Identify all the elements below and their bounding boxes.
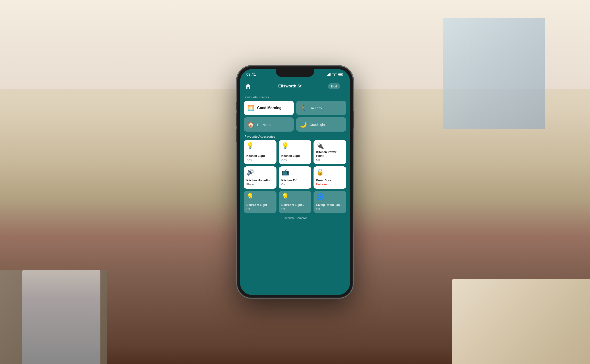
bottom-hint: Favourite Cameras (240, 213, 350, 223)
kitchen-light-1-name: Kitchen Light (246, 154, 274, 158)
im-leaving-icon: 🚶 (300, 105, 307, 111)
svg-rect-2 (329, 73, 330, 76)
accessory-bedroom-light-2[interactable]: 💡 Bedroom Light 2 Off (279, 191, 312, 213)
accessory-bedroom-light-1[interactable]: 💡 Bedroom Light Off (244, 191, 276, 213)
notch (276, 69, 314, 77)
kitchen-tv-icon: 📺 (281, 169, 309, 175)
living-room-fan-name: Living Room Fan (316, 203, 344, 207)
living-room-fan-icon: 🌀 (316, 194, 344, 200)
svg-rect-5 (338, 74, 342, 76)
front-door-icon: 🔓 (316, 169, 344, 175)
nav-bar: Ellsworth St Edit + (240, 80, 350, 92)
phone-frame: 09:41 (237, 66, 353, 298)
scene-im-leaving[interactable]: 🚶 I'm Leav... (296, 101, 346, 115)
kitchen-power-status: On (316, 158, 344, 162)
edit-button[interactable]: Edit (328, 83, 340, 89)
bedroom-light-2-name: Bedroom Light 2 (281, 203, 309, 207)
nav-actions: Edit + (328, 83, 345, 89)
svg-rect-1 (328, 74, 329, 76)
kitchen-power-name: Kitchen Power Point (316, 150, 344, 158)
scene-goodnight[interactable]: 🌙 Goodnight (296, 117, 346, 132)
front-door-name: Front Door (316, 179, 344, 182)
stove (22, 270, 100, 364)
kitchen-light-1-status: 70% (246, 158, 274, 162)
scenes-grid: 🌅 Good Morning 🚶 I'm Leav... 🏠 I'm Home … (240, 101, 350, 132)
scene-good-morning[interactable]: 🌅 Good Morning (244, 101, 294, 115)
kitchen-light-1-icon: 💡 (246, 143, 274, 149)
nav-title: Ellsworth St (278, 84, 302, 89)
kitchen-tv-name: Kitchen TV (281, 179, 309, 182)
status-time: 09:41 (246, 72, 256, 77)
add-button[interactable]: + (342, 83, 345, 89)
accessory-kitchen-light-2[interactable]: 💡 Kitchen Light 20% (279, 140, 312, 164)
good-morning-icon: 🌅 (247, 105, 254, 111)
kitchen-tv-status: On (281, 183, 309, 186)
bedroom-light-1-status: Off (246, 208, 274, 211)
kitchen-homepod-status: Playing (246, 183, 274, 186)
goodnight-label: Goodnight (309, 123, 325, 126)
accessory-front-door[interactable]: 🔓 Front Door Unlocked (314, 166, 346, 189)
phone-screen: 09:41 (240, 69, 350, 295)
screen-content: Favourite Scenes 🌅 Good Morning 🚶 I'm Le… (240, 92, 350, 295)
svg-rect-3 (330, 73, 331, 76)
signal-icon (327, 73, 331, 76)
accessory-kitchen-homepod[interactable]: 🔊 Kitchen HomePod Playing (244, 166, 276, 189)
window (443, 18, 545, 129)
kitchen-homepod-icon: 🔊 (246, 169, 274, 175)
kitchen-homepod-name: Kitchen HomePod (246, 179, 274, 182)
bedroom-light-1-name: Bedroom Light (246, 203, 274, 207)
scene-im-home[interactable]: 🏠 I'm Home (244, 117, 294, 132)
accessories-grid: 💡 Kitchen Light 70% 💡 Kitchen Light 20% (240, 140, 350, 213)
phone-wrapper: 09:41 (237, 66, 353, 298)
kitchen-light-2-status: 20% (281, 158, 309, 162)
bedroom-light-2-status: Off (281, 208, 309, 211)
counter-right (452, 279, 590, 364)
volume-up-button (236, 113, 237, 126)
goodnight-icon: 🌙 (300, 121, 307, 128)
svg-rect-0 (327, 75, 328, 76)
bedroom-light-1-icon: 💡 (246, 194, 274, 200)
favourite-scenes-title: Favourite Scenes (240, 92, 350, 101)
silent-switch (236, 102, 237, 110)
accessory-kitchen-tv[interactable]: 📺 Kitchen TV On (279, 166, 312, 189)
living-room-fan-status: Off (316, 208, 344, 211)
im-home-label: I'm Home (257, 123, 271, 126)
accessory-living-room-fan[interactable]: 🌀 Living Room Fan Off (314, 191, 346, 213)
favourite-accessories-title: Favourite Accessories (240, 132, 350, 140)
home-icon[interactable] (245, 83, 252, 89)
wifi-icon (333, 73, 336, 76)
volume-down-button (236, 129, 237, 142)
status-icons (327, 73, 344, 76)
im-home-icon: 🏠 (247, 121, 254, 128)
kitchen-light-2-name: Kitchen Light (281, 154, 309, 158)
power-button (353, 111, 354, 129)
good-morning-label: Good Morning (257, 106, 281, 110)
kitchen-power-icon: 🔌 (316, 143, 344, 149)
battery-icon (338, 73, 344, 76)
im-leaving-label: I'm Leav... (309, 106, 325, 110)
kitchen-light-2-icon: 💡 (281, 143, 309, 149)
front-door-status: Unlocked (316, 183, 344, 186)
bedroom-light-2-icon: 💡 (281, 194, 309, 200)
accessory-kitchen-power[interactable]: 🔌 Kitchen Power Point On (314, 140, 346, 164)
accessory-kitchen-light-1[interactable]: 💡 Kitchen Light 70% (244, 140, 276, 164)
